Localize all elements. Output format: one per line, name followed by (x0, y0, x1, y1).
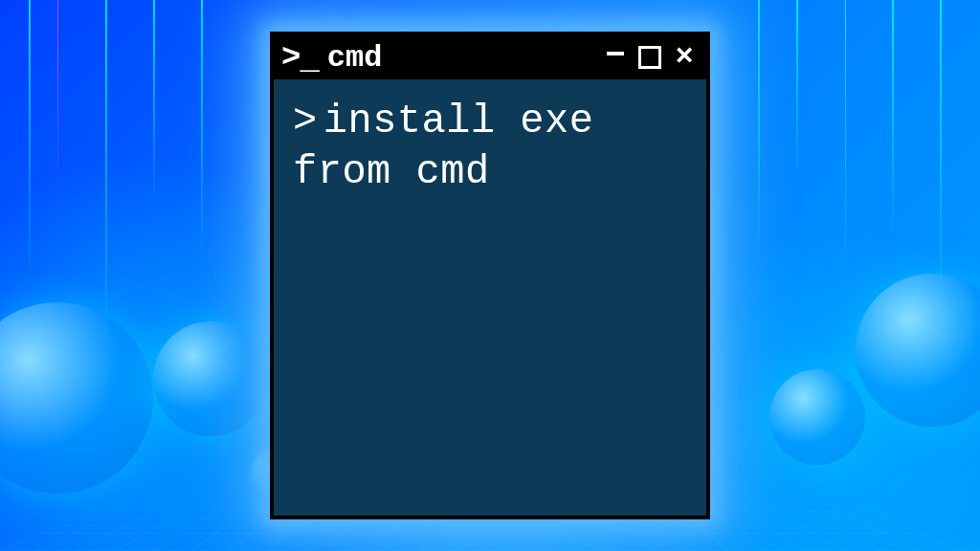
circuit-line-decoration (105, 0, 107, 335)
sphere-decoration (153, 321, 268, 436)
circuit-line-decoration (758, 0, 760, 249)
circuit-line-decoration (845, 0, 846, 287)
close-button[interactable]: × (672, 42, 697, 73)
terminal-prompt-icon: >_ (281, 39, 318, 76)
sphere-decoration (856, 274, 980, 427)
terminal-text: install exe from cmd (293, 99, 618, 195)
sphere-decoration (769, 369, 865, 465)
circuit-line-decoration (892, 0, 894, 230)
circuit-line-decoration (57, 0, 58, 210)
window-title: cmd (327, 40, 383, 76)
window-controls: × (603, 42, 697, 73)
sphere-decoration (0, 302, 153, 494)
prompt-char: > (293, 99, 318, 144)
circuit-line-decoration (153, 0, 155, 191)
titlebar[interactable]: >_ cmd × (274, 35, 706, 79)
circuit-line-decoration (201, 0, 203, 249)
circuit-line-decoration (29, 0, 31, 268)
maximize-button[interactable] (637, 43, 662, 72)
circuit-line-decoration (796, 0, 798, 172)
circuit-line-decoration (940, 0, 942, 306)
minimize-button[interactable] (603, 43, 628, 72)
terminal-window[interactable]: >_ cmd × >install exe from cmd (270, 32, 710, 519)
terminal-line: >install exe from cmd (293, 97, 687, 197)
terminal-body[interactable]: >install exe from cmd (274, 79, 706, 516)
